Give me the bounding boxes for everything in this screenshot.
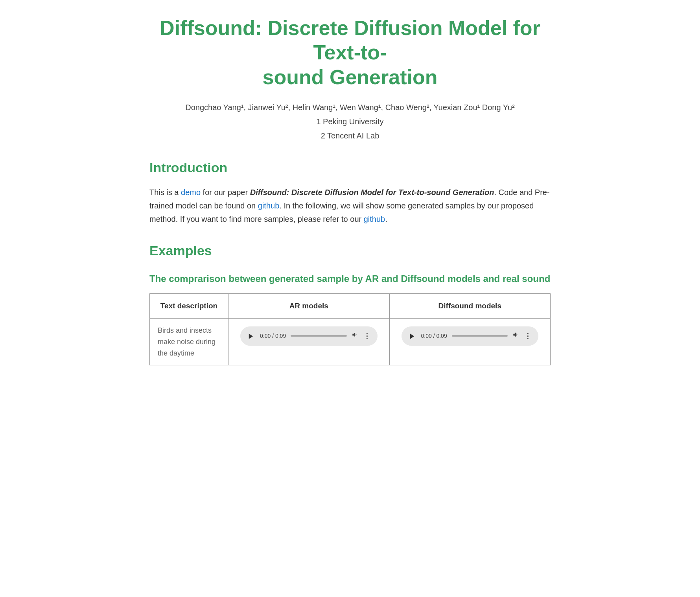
examples-heading: Examples bbox=[149, 240, 551, 261]
subsection-title: The comprarison between generated sample… bbox=[149, 272, 551, 286]
volume-icon bbox=[512, 331, 519, 338]
row-diffsound-audio: 0:00 / 0:09 ⋮ bbox=[389, 318, 551, 365]
ar-audio-player[interactable]: 0:00 / 0:09 ⋮ bbox=[240, 326, 378, 346]
col-header-diffsound: Diffsound models bbox=[389, 293, 551, 318]
ar-volume-button[interactable] bbox=[352, 330, 359, 342]
github-link-2[interactable]: github bbox=[364, 215, 385, 223]
row-text-description: Birds and insects make noise during the … bbox=[150, 318, 228, 365]
intro-paragraph: This is a demo for our paper Diffsound: … bbox=[149, 186, 551, 226]
paper-title-inline: Diffsound: Discrete Diffusion Model for … bbox=[250, 188, 494, 197]
col-header-ar: AR models bbox=[228, 293, 390, 318]
play-icon bbox=[409, 333, 416, 340]
diffsound-play-button[interactable] bbox=[409, 332, 416, 340]
table-header-row: Text description AR models Diffsound mod… bbox=[150, 293, 551, 318]
ar-play-button[interactable] bbox=[247, 332, 255, 340]
diffsound-volume-button[interactable] bbox=[512, 330, 519, 342]
ar-progress-bar[interactable] bbox=[291, 335, 346, 337]
ar-time-display: 0:00 / 0:09 bbox=[260, 332, 286, 340]
affiliation1: 1 Peking University bbox=[149, 114, 551, 129]
authors-block: Dongchao Yang¹, Jianwei Yu², Helin Wang¹… bbox=[149, 100, 551, 143]
row-ar-audio: 0:00 / 0:09 ⋮ bbox=[228, 318, 390, 365]
comparison-table: Text description AR models Diffsound mod… bbox=[149, 293, 551, 366]
github-link-1[interactable]: github bbox=[258, 201, 280, 210]
volume-icon bbox=[352, 331, 359, 338]
col-header-text: Text description bbox=[150, 293, 228, 318]
diffsound-time-display: 0:00 / 0:09 bbox=[421, 332, 447, 340]
authors-list: Dongchao Yang¹, Jianwei Yu², Helin Wang¹… bbox=[149, 100, 551, 114]
ar-more-button[interactable]: ⋮ bbox=[363, 330, 370, 342]
demo-link[interactable]: demo bbox=[181, 188, 201, 197]
svg-marker-1 bbox=[410, 334, 414, 339]
affiliation2: 2 Tencent AI Lab bbox=[149, 129, 551, 143]
main-page: Diffsound: Discrete Diffusion Model for … bbox=[126, 0, 574, 389]
diffsound-audio-player[interactable]: 0:00 / 0:09 ⋮ bbox=[402, 326, 539, 346]
diffsound-progress-bar[interactable] bbox=[452, 335, 508, 337]
svg-marker-0 bbox=[249, 334, 253, 339]
diffsound-more-button[interactable]: ⋮ bbox=[524, 330, 531, 342]
play-icon bbox=[247, 333, 254, 340]
intro-heading: Introduction bbox=[149, 157, 551, 178]
page-title: Diffsound: Discrete Diffusion Model for … bbox=[149, 16, 551, 89]
table-row: Birds and insects make noise during the … bbox=[150, 318, 551, 365]
